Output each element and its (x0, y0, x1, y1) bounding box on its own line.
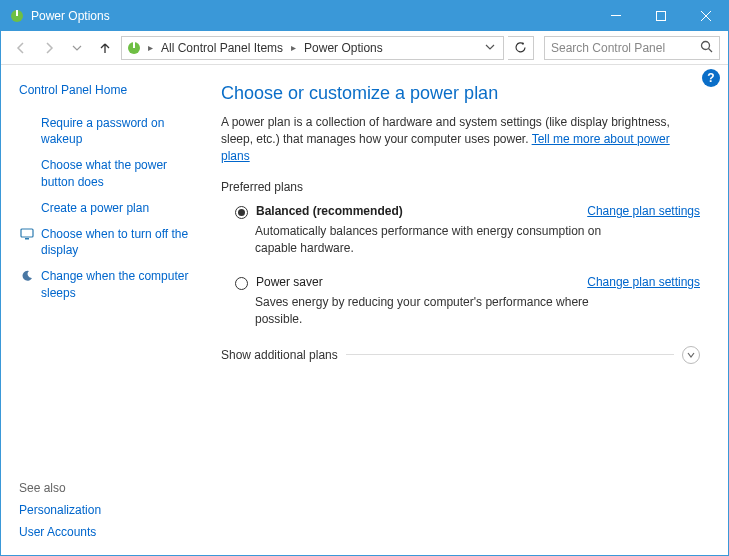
svg-rect-7 (133, 42, 135, 48)
toolbar: ▸ All Control Panel Items ▸ Power Option… (1, 31, 728, 65)
see-also-header: See also (19, 481, 201, 495)
preferred-plans-label: Preferred plans (221, 180, 700, 194)
app-icon (9, 8, 25, 24)
change-plan-settings-link[interactable]: Change plan settings (587, 275, 700, 289)
chevron-right-icon[interactable]: ▸ (146, 42, 155, 53)
content-area: Control Panel Home Require a password on… (1, 65, 728, 556)
svg-rect-3 (656, 12, 665, 21)
task-link[interactable]: Require a password on wakeup (41, 115, 201, 147)
plan-description: Saves energy by reducing your computer's… (255, 294, 635, 328)
recent-dropdown[interactable] (65, 36, 89, 60)
see-also-user-accounts[interactable]: User Accounts (19, 525, 201, 539)
task-computer-sleeps[interactable]: Change when the computer sleeps (19, 268, 201, 300)
monitor-icon (19, 226, 35, 258)
page-heading: Choose or customize a power plan (221, 83, 700, 104)
moon-icon (19, 268, 35, 300)
refresh-button[interactable] (508, 36, 534, 60)
task-link[interactable]: Change when the computer sleeps (41, 268, 201, 300)
chevron-down-icon[interactable] (682, 346, 700, 364)
change-plan-settings-link[interactable]: Change plan settings (587, 204, 700, 218)
svg-line-9 (709, 48, 713, 52)
svg-rect-11 (25, 238, 29, 240)
control-panel-icon (126, 40, 142, 56)
radio-power-saver[interactable] (235, 277, 248, 290)
svg-point-8 (702, 41, 710, 49)
close-button[interactable] (683, 1, 728, 31)
window-titlebar: Power Options (1, 1, 728, 31)
control-panel-home-link[interactable]: Control Panel Home (19, 83, 201, 97)
help-button[interactable]: ? (702, 69, 720, 87)
search-icon (700, 40, 713, 56)
search-placeholder: Search Control Panel (551, 41, 665, 55)
maximize-button[interactable] (638, 1, 683, 31)
plan-balanced: Balanced (recommended) Change plan setti… (221, 204, 700, 257)
expander-label: Show additional plans (221, 348, 338, 362)
task-power-button[interactable]: Choose what the power button does (19, 157, 201, 189)
task-turn-off-display[interactable]: Choose when to turn off the display (19, 226, 201, 258)
plan-power-saver: Power saver Change plan settings Saves e… (221, 275, 700, 328)
plan-name[interactable]: Power saver (256, 275, 323, 289)
task-link[interactable]: Choose what the power button does (41, 157, 201, 189)
svg-rect-2 (611, 15, 621, 16)
address-dropdown[interactable] (481, 41, 499, 55)
radio-balanced[interactable] (235, 206, 248, 219)
task-link[interactable]: Choose when to turn off the display (41, 226, 201, 258)
sidebar: Control Panel Home Require a password on… (1, 65, 211, 556)
chevron-right-icon[interactable]: ▸ (289, 42, 298, 53)
breadcrumb-item[interactable]: All Control Panel Items (157, 41, 287, 55)
up-button[interactable] (93, 36, 117, 60)
forward-button[interactable] (37, 36, 61, 60)
svg-rect-10 (21, 229, 33, 237)
blank-icon (19, 200, 35, 216)
plan-name[interactable]: Balanced (recommended) (256, 204, 403, 218)
search-input[interactable]: Search Control Panel (544, 36, 720, 60)
svg-rect-1 (16, 10, 18, 16)
back-button[interactable] (9, 36, 33, 60)
blank-icon (19, 115, 35, 147)
task-link[interactable]: Create a power plan (41, 200, 201, 216)
minimize-button[interactable] (593, 1, 638, 31)
breadcrumb-item[interactable]: Power Options (300, 41, 387, 55)
address-bar[interactable]: ▸ All Control Panel Items ▸ Power Option… (121, 36, 504, 60)
page-description: A power plan is a collection of hardware… (221, 114, 700, 164)
see-also-personalization[interactable]: Personalization (19, 503, 201, 517)
window-title: Power Options (31, 9, 593, 23)
blank-icon (19, 157, 35, 189)
divider (346, 354, 674, 355)
main-column: ? Choose or customize a power plan A pow… (211, 65, 728, 556)
task-require-password[interactable]: Require a password on wakeup (19, 115, 201, 147)
show-additional-plans[interactable]: Show additional plans (221, 346, 700, 364)
task-create-plan[interactable]: Create a power plan (19, 200, 201, 216)
plan-description: Automatically balances performance with … (255, 223, 635, 257)
